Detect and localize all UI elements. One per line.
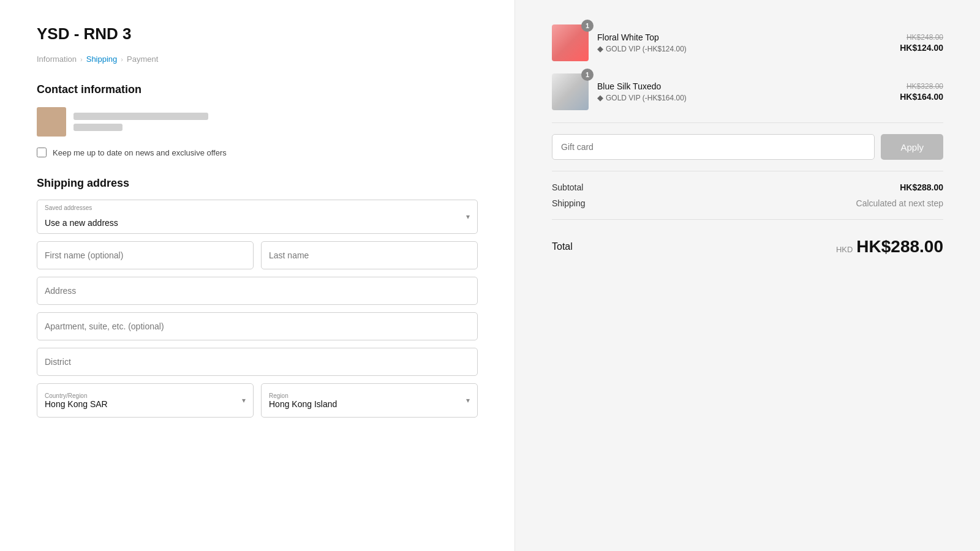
apartment-input[interactable]: [37, 312, 478, 340]
country-region-row: Country/Region Hong Kong SAR ▾ Region Ho…: [37, 383, 478, 418]
region-label: Region: [269, 392, 453, 399]
shipping-row: Shipping Calculated at next step: [552, 198, 943, 208]
last-name-input[interactable]: [261, 241, 478, 269]
order-item-2: 1 Blue Silk Tuxedo ◆ GOLD VIP (-HK$164.0…: [552, 73, 943, 110]
subtotal-label: Subtotal: [552, 182, 583, 192]
breadcrumb-information[interactable]: Information: [37, 54, 77, 64]
first-name-input[interactable]: [37, 241, 254, 269]
item-1-vip: ◆ GOLD VIP (-HK$124.00): [597, 44, 891, 53]
item-1-details: Floral White Top ◆ GOLD VIP (-HK$124.00): [597, 32, 891, 53]
item-2-name: Blue Silk Tuxedo: [597, 81, 891, 91]
chevron-down-icon: ▾: [466, 212, 470, 221]
shipping-section-title: Shipping address: [37, 177, 478, 190]
apartment-group: [37, 312, 478, 340]
address-group: [37, 277, 478, 305]
contact-name-blurred: [74, 124, 123, 131]
newsletter-label[interactable]: Keep me up to date on news and exclusive…: [53, 148, 227, 157]
gift-card-input[interactable]: [552, 134, 875, 160]
name-row: [37, 241, 478, 269]
region-select[interactable]: Region Hong Kong Island ▾: [261, 383, 478, 418]
total-label: Total: [552, 241, 573, 252]
newsletter-row: Keep me up to date on news and exclusive…: [37, 148, 478, 157]
apply-button[interactable]: Apply: [881, 134, 943, 160]
country-wrapper[interactable]: Country/Region Hong Kong SAR ▾: [37, 383, 254, 418]
saved-addresses-wrapper[interactable]: Saved addresses Use a new address ▾: [37, 200, 478, 234]
diamond-icon-2: ◆: [597, 93, 603, 102]
item-1-prices: HK$248.00 HK$124.00: [900, 33, 943, 53]
breadcrumb-payment[interactable]: Payment: [127, 54, 158, 64]
item-1-badge: 1: [581, 20, 594, 32]
country-select[interactable]: Country/Region Hong Kong SAR ▾: [37, 383, 254, 418]
item-2-vip: ◆ GOLD VIP (-HK$164.00): [597, 93, 891, 102]
item-1-name: Floral White Top: [597, 32, 891, 42]
region-chevron-icon: ▾: [466, 396, 470, 405]
total-value-block: HKD HK$288.00: [836, 237, 943, 257]
district-group: [37, 348, 478, 376]
item-2-badge: 1: [581, 69, 594, 81]
total-currency: HKD: [836, 245, 853, 254]
gift-card-row: Apply: [552, 134, 943, 160]
divider-1: [552, 122, 943, 123]
address-input[interactable]: [37, 277, 478, 305]
country-label: Country/Region: [45, 392, 228, 399]
item-1-vip-label: GOLD VIP (-HK$124.00): [606, 45, 687, 53]
subtotal-value: HK$288.00: [900, 182, 943, 192]
country-value: Hong Kong SAR: [45, 399, 228, 409]
store-title: YSD - RND 3: [37, 24, 478, 43]
region-wrapper[interactable]: Region Hong Kong Island ▾: [261, 383, 478, 418]
breadcrumb-shipping[interactable]: Shipping: [86, 54, 118, 64]
item-2-image-wrap: 1: [552, 73, 589, 110]
contact-email-blurred: [74, 113, 208, 120]
diamond-icon-1: ◆: [597, 44, 603, 53]
item-2-prices: HK$328.00 HK$164.00: [900, 82, 943, 102]
country-chevron-icon: ▾: [242, 396, 246, 405]
breadcrumb-sep-1: ›: [80, 56, 83, 63]
region-value: Hong Kong Island: [269, 399, 453, 409]
shipping-label: Shipping: [552, 198, 586, 208]
order-item-1: 1 Floral White Top ◆ GOLD VIP (-HK$124.0…: [552, 24, 943, 61]
contact-text: [74, 113, 208, 131]
total-amount: HK$288.00: [856, 237, 943, 257]
newsletter-checkbox[interactable]: [37, 148, 47, 157]
subtotal-row: Subtotal HK$288.00: [552, 182, 943, 192]
item-1-price-current: HK$124.00: [900, 43, 943, 53]
divider-2: [552, 171, 943, 171]
district-input[interactable]: [37, 348, 478, 376]
contact-section-title: Contact information: [37, 83, 478, 96]
saved-addresses-label: Saved addresses: [45, 204, 92, 211]
item-2-price-original: HK$328.00: [900, 82, 943, 91]
saved-addresses-select[interactable]: Saved addresses Use a new address ▾: [37, 200, 478, 234]
breadcrumb-sep-2: ›: [121, 56, 123, 63]
breadcrumb: Information › Shipping › Payment: [37, 54, 478, 64]
item-1-image-wrap: 1: [552, 24, 589, 61]
item-1-price-original: HK$248.00: [900, 33, 943, 42]
divider-3: [552, 219, 943, 220]
contact-info-block: [37, 107, 478, 137]
shipping-value: Calculated at next step: [856, 198, 943, 208]
avatar: [37, 107, 66, 137]
total-row: Total HKD HK$288.00: [552, 231, 943, 257]
item-2-vip-label: GOLD VIP (-HK$164.00): [606, 94, 687, 102]
item-2-price-current: HK$164.00: [900, 92, 943, 102]
saved-addresses-value: Use a new address: [45, 218, 118, 228]
item-2-details: Blue Silk Tuxedo ◆ GOLD VIP (-HK$164.00): [597, 81, 891, 102]
